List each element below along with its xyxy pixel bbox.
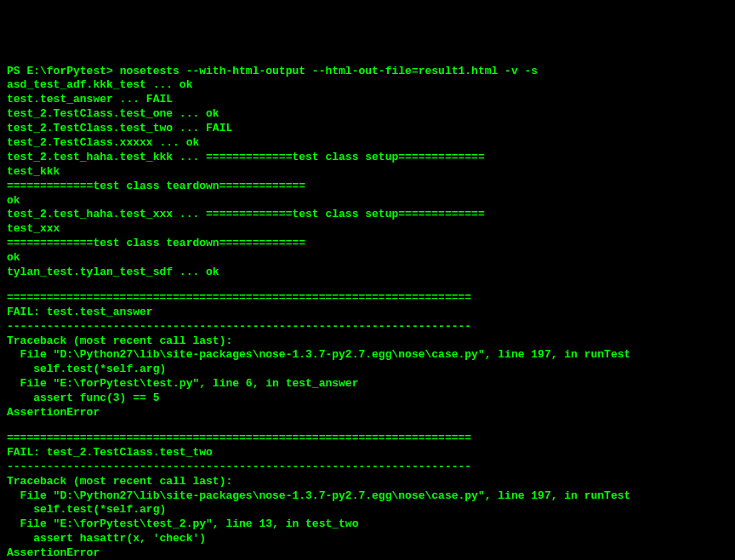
error-line: AssertionError [7, 546, 728, 560]
output-line: ok [7, 194, 728, 209]
output-line: test.test_answer ... FAIL [7, 93, 728, 107]
separator-line: ----------------------------------------… [7, 460, 728, 475]
fail-header: FAIL: test_2.TestClass.test_two [7, 446, 728, 460]
traceback-line: assert hasattr(x, 'check') [7, 532, 728, 546]
traceback-line: self.test(*self.arg) [7, 503, 728, 517]
traceback-line: File "D:\Python27\lib\site-packages\nose… [7, 489, 728, 504]
traceback-line: File "E:\forPytest\test.py", line 6, in … [7, 377, 728, 391]
output-line: test_2.test_haha.test_kkk ... ==========… [7, 151, 728, 165]
traceback-line: Traceback (most recent call last): [7, 334, 728, 349]
error-line: AssertionError [7, 406, 728, 420]
output-line [7, 420, 728, 431]
separator-line: ========================================… [7, 431, 728, 446]
output-line: test_kkk [7, 165, 728, 180]
prompt: PS E:\forPytest> [7, 65, 120, 77]
output-line [7, 280, 728, 291]
traceback-line: self.test(*self.arg) [7, 363, 728, 377]
output-line: test_2.test_haha.test_xxx ... ==========… [7, 208, 728, 222]
traceback-line: File "D:\Python27\lib\site-packages\nose… [7, 348, 728, 363]
output-line: test_2.TestClass.test_two ... FAIL [7, 122, 728, 136]
traceback-line: Traceback (most recent call last): [7, 475, 728, 489]
fail-header: FAIL: test.test_answer [7, 306, 728, 320]
command-line: PS E:\forPytest> nosetests --with-html-o… [7, 65, 728, 79]
output-line: asd_test_adf.kkk_test ... ok [7, 78, 728, 93]
output-line: ok [7, 251, 728, 266]
output-line: test_2.TestClass.test_one ... ok [7, 107, 728, 122]
output-line: =============test class teardown========… [7, 180, 728, 194]
traceback-line: assert func(3) == 5 [7, 391, 728, 406]
output-line: test_2.TestClass.xxxxx ... ok [7, 136, 728, 151]
separator-line: ----------------------------------------… [7, 320, 728, 334]
separator-line: ========================================… [7, 291, 728, 306]
output-line: =============test class teardown========… [7, 237, 728, 251]
command-text: nosetests --with-html-output --html-out-… [120, 65, 538, 77]
traceback-line: File "E:\forPytest\test_2.py", line 13, … [7, 517, 728, 532]
terminal-window[interactable]: PS E:\forPytest> nosetests --with-html-o… [7, 65, 728, 560]
output-line: tylan_test.tylan_test_sdf ... ok [7, 266, 728, 280]
output-line: test_xxx [7, 222, 728, 237]
